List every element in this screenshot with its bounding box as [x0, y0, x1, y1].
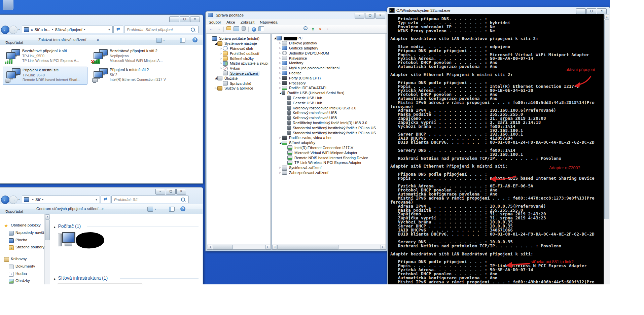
toolbar-scan-hardware-icon[interactable] — [302, 26, 309, 32]
console-tree-label[interactable]: Správa disků — [229, 81, 252, 85]
minimize-button[interactable]: – — [155, 189, 165, 195]
console-tree-label[interactable]: Sdílené složky — [229, 57, 255, 61]
toolbar-console-pane-icon[interactable] — [258, 26, 264, 32]
console-tree-row[interactable]: ◢Úložiště — [207, 76, 271, 81]
device-tree-label[interactable]: Řadiče IDE ATA/ATAPI — [288, 86, 327, 90]
preview-pane-icon[interactable] — [169, 207, 175, 212]
console-tree-label[interactable]: Výkon — [229, 66, 241, 70]
console-tree-label[interactable]: Místní uživatelé a skupi — [229, 61, 269, 65]
breadcrumb-parent[interactable]: Síť a In... — [34, 28, 50, 32]
device-tree-row[interactable]: ▷Systémová zařízení — [272, 165, 386, 170]
device-tree-label[interactable]: Kořenový rozbočovač Intel(R) USB 3.0 — [292, 106, 357, 110]
device-tree-label[interactable]: Monitory — [288, 61, 304, 65]
sidebar-item-downloads[interactable]: Stažené soubory — [15, 245, 44, 249]
device-tree-row[interactable]: TP-Link Wireless N PCI Express Adapter — [272, 160, 386, 165]
closed-expander-icon[interactable]: ▷ — [219, 67, 223, 70]
closed-expander-icon[interactable]: ▷ — [219, 62, 223, 65]
views-dropdown-icon[interactable]: ▼ — [154, 208, 156, 210]
closed-expander-icon[interactable]: ▷ — [279, 77, 282, 79]
search-icon[interactable] — [191, 28, 195, 32]
device-tree-row[interactable]: Microsoft Virtual WiFi Miniport Adapter — [272, 150, 386, 155]
help-icon[interactable]: ? — [192, 37, 198, 42]
forward-button[interactable]: → — [9, 26, 17, 34]
tree-horizontal-scrollbar[interactable]: ◄ ► — [207, 244, 271, 249]
device-tree-row[interactable]: ◢PC — [272, 36, 386, 41]
device-tree-row[interactable]: ▷Zabezpečovací zařízení — [272, 170, 386, 175]
device-tree-row[interactable]: ▷Jednotky DVD/CD-ROM — [272, 50, 386, 56]
address-dropdown-icon[interactable]: ▼ — [108, 29, 110, 31]
refresh-button[interactable]: ⇄ — [101, 196, 110, 203]
maximize-button[interactable]: ▢ — [180, 16, 189, 22]
disable-device-button[interactable]: Zakázat toto síťové zařízení — [38, 38, 86, 42]
open-expander-icon[interactable]: ◢ — [214, 77, 217, 80]
device-tree-label[interactable]: Grafické adaptéry — [288, 46, 319, 50]
toolbar-folder-icon[interactable] — [225, 26, 232, 32]
device-tree-label[interactable]: Řadiče USB (Universal Serial Bus) — [286, 91, 345, 95]
device-tree-row[interactable]: Generic USB Hub — [272, 96, 386, 101]
close-button[interactable]: × — [375, 13, 385, 19]
device-tree-row[interactable]: ▷Počítač — [272, 71, 386, 76]
closed-expander-icon[interactable]: ▷ — [279, 166, 282, 169]
search-icon[interactable] — [181, 198, 185, 202]
minimize-button[interactable]: – — [169, 16, 179, 22]
device-tree-label[interactable]: PC — [283, 36, 303, 40]
closed-expander-icon[interactable]: ▷ — [279, 57, 282, 60]
device-tree-row[interactable]: ▷Grafické adaptéry — [272, 46, 386, 51]
device-tree-label[interactable]: Porty (COM a LPT) — [288, 76, 322, 80]
console-tree-row[interactable]: ▷Služby a aplikace — [207, 86, 271, 91]
toolbar-forward-icon[interactable]: → — [215, 26, 222, 32]
menu-nápověda[interactable]: Nápověda — [257, 19, 280, 25]
sidebar-item-recent[interactable]: Naposledy navští — [15, 231, 45, 235]
console-tree-row[interactable]: ◢Systémové nástroje — [207, 41, 271, 46]
address-bar[interactable]: ▸ Síť ▸ ▼ — [22, 196, 100, 203]
device-tree-row[interactable]: ▷Procesory — [272, 80, 386, 85]
console-tree-row[interactable]: Správa disků — [207, 81, 271, 86]
open-expander-icon[interactable]: ◢ — [279, 141, 282, 144]
views-button-icon[interactable] — [156, 38, 162, 43]
device-tree-label[interactable]: Zabezpečovací zařízení — [288, 171, 329, 175]
sidebar-item-music[interactable]: Hudba — [15, 272, 27, 276]
console-scrollbar[interactable]: ▲ — [604, 14, 610, 284]
closed-expander-icon[interactable]: ▷ — [279, 62, 282, 64]
breadcrumb-prefix[interactable]: « — [31, 28, 33, 32]
closed-expander-icon[interactable]: ▷ — [279, 86, 282, 89]
device-tree-row[interactable]: ▷Porty (COM a LPT) — [272, 75, 386, 80]
back-button[interactable]: ← — [1, 26, 9, 34]
views-dropdown-icon[interactable]: ▼ — [163, 39, 165, 41]
device-tree-row[interactable]: ◢Řadiče USB (Universal Serial Bus) — [272, 91, 386, 96]
minimize-button[interactable]: – — [576, 8, 586, 14]
device-tree-label[interactable]: Klávesnice — [288, 56, 308, 60]
device-tree-label[interactable]: Kořenový rozbočovač USB — [292, 116, 338, 120]
open-expander-icon[interactable]: ◢ — [273, 37, 277, 40]
closed-expander-icon[interactable]: ▷ — [219, 47, 223, 50]
device-tree-label[interactable]: Jednotky DVD/CD-ROM — [288, 51, 330, 55]
device-tree-row[interactable]: Remote NDIS based Internet Sharing Devic… — [272, 155, 386, 160]
closed-expander-icon[interactable]: ▷ — [219, 52, 223, 55]
group-header-infrastructure[interactable]: ▴Síťová infrastruktura (1) — [54, 275, 108, 281]
console-tree-row[interactable]: ▷Prohlížeč událostí — [207, 51, 271, 56]
address-dropdown-icon[interactable]: ▼ — [95, 199, 98, 201]
device-tree-row[interactable]: ▷Myši a jiná polohovací zařízení — [272, 66, 386, 71]
device-tree-label[interactable]: Systémová zařízení — [288, 166, 323, 170]
address-bar[interactable]: « Síť a In... ▸ Síťová připojení ▸ ▼ — [22, 26, 113, 33]
network-connection-tile[interactable]: Připojení k místní síti 2Síť 2Intel(R) E… — [90, 67, 174, 84]
minimize-button[interactable]: – — [355, 13, 364, 19]
toolbar-window-icon[interactable] — [233, 26, 240, 32]
toolbar-disable-icon[interactable]: ↓ — [324, 26, 331, 32]
device-tree-label[interactable]: Generic USB Hub — [292, 101, 323, 105]
console-tree-label[interactable]: Správa počítače (místní) — [218, 36, 260, 40]
device-tree-label[interactable]: Generic USB Hub — [292, 96, 323, 100]
breadcrumb-current[interactable]: Síť — [35, 198, 40, 202]
console-tree-row[interactable]: ▷Místní uživatelé a skupi — [207, 61, 271, 66]
toolbar-uninstall-icon[interactable]: × — [317, 26, 324, 32]
device-tree-row[interactable]: ▷Klávesnice — [272, 56, 386, 61]
device-tree-row[interactable]: ▷Řadiče IDE ATA/ATAPI — [272, 85, 386, 91]
computer-item-icon[interactable] — [58, 232, 75, 248]
close-button[interactable]: × — [597, 8, 607, 14]
console-tree-row[interactable]: ▷Plánovač úloh — [207, 46, 271, 51]
console-tree-label[interactable]: Prohlížeč událostí — [229, 51, 260, 56]
network-center-button[interactable]: Centrum síťových připojení a sdílení — [36, 207, 99, 211]
device-tree-row[interactable]: Kořenový rozbočovač USB — [272, 115, 386, 120]
device-tree-label[interactable]: Počítač — [288, 71, 302, 75]
device-tree-label[interactable]: Remote NDIS based Internet Sharing Devic… — [293, 156, 369, 160]
